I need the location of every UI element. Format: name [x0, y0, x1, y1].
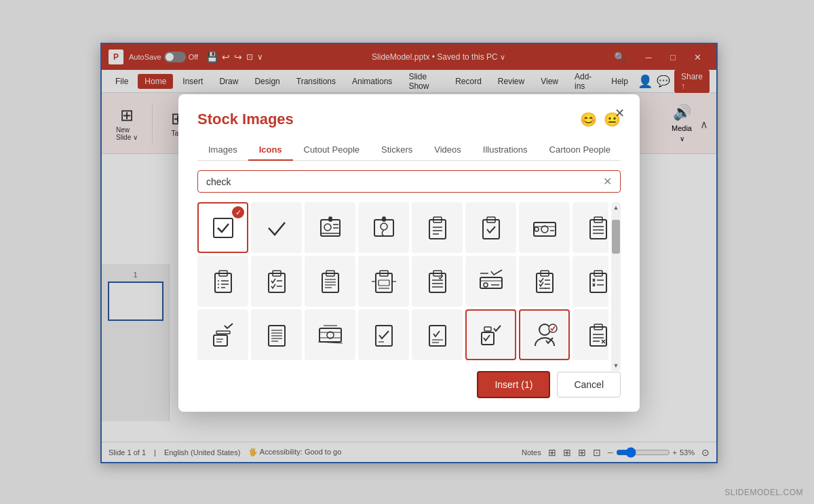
x-list-icon — [585, 268, 609, 295]
multi-check-icon — [531, 268, 558, 295]
search-box: ✕ — [197, 170, 621, 193]
svg-rect-17 — [534, 222, 556, 236]
scroll-down-button[interactable]: ▼ — [611, 360, 621, 371]
svg-point-58 — [484, 283, 488, 287]
selected-badge: ✓ — [232, 206, 244, 218]
svg-rect-97 — [484, 327, 491, 331]
icon-grid-wrapper: ✓ — [197, 202, 621, 371]
micro-list-icon — [263, 322, 290, 349]
board-check-icon — [478, 322, 505, 349]
checklist-3-icon — [317, 268, 344, 295]
svg-rect-9 — [383, 217, 385, 221]
icon-cell-checkbox[interactable]: ✓ — [197, 202, 248, 253]
dialog-title: Stock Images — [197, 111, 294, 128]
location-card-icon — [370, 214, 398, 241]
search-input[interactable] — [206, 176, 598, 187]
icon-cell-x-list[interactable] — [573, 256, 608, 307]
dialog-tabs: Images Icons Cutout People Stickers Vide… — [197, 139, 621, 161]
icon-cell-clipboard-list[interactable] — [412, 202, 463, 253]
svg-point-21 — [535, 227, 539, 231]
svg-rect-0 — [214, 218, 233, 237]
powerpoint-window: P AutoSave Off 💾 ↩ ↪ ⊡ ∨ SlideModel.pptx… — [100, 43, 718, 463]
list-check-icon — [424, 268, 451, 295]
watermark: SLIDEMODEL.COM — [724, 488, 803, 497]
paper-check-2-icon — [424, 322, 451, 349]
icon-cell-person-check[interactable] — [519, 309, 570, 360]
icon-cell-location-card[interactable] — [358, 202, 409, 253]
icon-cell-checklist-2[interactable] — [251, 256, 302, 307]
icon-cell-checkmark[interactable] — [251, 202, 302, 253]
svg-rect-85 — [319, 328, 341, 342]
scroll-up-button[interactable]: ▲ — [611, 202, 621, 213]
tab-stickers[interactable]: Stickers — [370, 139, 423, 160]
happy-emoji-icon[interactable]: 😊 — [580, 111, 597, 128]
money-stack-icon — [317, 322, 344, 349]
icon-cell-paper-check-2[interactable] — [412, 309, 463, 360]
checkmark-icon — [263, 214, 290, 241]
clipboard-x-icon — [585, 322, 609, 349]
tab-videos[interactable]: Videos — [423, 139, 472, 160]
insert-button[interactable]: Insert (1) — [477, 371, 550, 398]
tab-cutout-people[interactable]: Cutout People — [293, 139, 370, 160]
person-check-icon — [531, 322, 558, 349]
dialog-footer: Insert (1) Cancel — [197, 371, 621, 398]
tab-icons[interactable]: Icons — [248, 139, 293, 160]
money-check-2-icon — [478, 268, 505, 295]
icon-cell-list-check[interactable] — [412, 256, 463, 307]
stock-images-dialog: ✕ Stock Images 😊 😐 Images Icons Cutout P… — [178, 94, 640, 412]
clipboard-list-icon — [424, 214, 451, 241]
grid-scrollbar[interactable]: ▲ ▼ — [611, 202, 621, 371]
icon-cell-check-paper[interactable] — [358, 309, 409, 360]
stack-check-icon — [210, 322, 237, 349]
icon-cell-clipboard-check[interactable] — [465, 202, 516, 253]
tab-images[interactable]: Images — [197, 139, 248, 160]
scroll-handle[interactable] — [612, 220, 620, 254]
svg-rect-56 — [480, 277, 502, 288]
icon-cell-checklist-3[interactable] — [305, 256, 355, 307]
svg-rect-76 — [216, 331, 230, 334]
dialog-close-button[interactable]: ✕ — [610, 104, 629, 123]
icon-cell-clipboard-lines[interactable] — [573, 202, 608, 253]
icon-cell-money-stack[interactable] — [305, 309, 355, 360]
svg-rect-6 — [329, 217, 332, 221]
svg-point-8 — [381, 223, 387, 230]
check-paper-icon — [370, 322, 398, 349]
svg-rect-7 — [374, 220, 393, 236]
idcard-icon — [317, 214, 344, 241]
icon-cell-money-list[interactable] — [358, 256, 409, 307]
icon-cell-checklist-1[interactable] — [197, 256, 248, 307]
modal-overlay: ✕ Stock Images 😊 😐 Images Icons Cutout P… — [102, 44, 716, 462]
cancel-button[interactable]: Cancel — [557, 372, 621, 398]
svg-point-2 — [324, 224, 331, 231]
scroll-track — [611, 213, 621, 360]
clipboard-check-icon — [478, 214, 505, 241]
icon-cell-board-check[interactable] — [465, 309, 516, 360]
checklist-1-icon — [210, 268, 237, 295]
search-clear-button[interactable]: ✕ — [603, 175, 612, 188]
svg-rect-75 — [214, 335, 227, 346]
icon-cell-micro-list[interactable] — [251, 309, 302, 360]
icon-cell-idcard[interactable] — [305, 202, 355, 253]
svg-rect-47 — [379, 280, 389, 286]
clipboard-lines-icon — [585, 214, 609, 241]
icon-cell-money-check[interactable] — [519, 202, 570, 253]
icon-cell-clipboard-x[interactable] — [573, 309, 608, 360]
dialog-header: Stock Images 😊 😐 — [197, 111, 621, 128]
tab-cartoon-people[interactable]: Cartoon People — [539, 139, 621, 160]
icon-grid: ✓ — [197, 202, 608, 360]
money-list-icon — [370, 268, 398, 295]
icon-cell-multi-check[interactable] — [519, 256, 570, 307]
icon-cell-stack-check[interactable] — [197, 309, 248, 360]
checklist-2-icon — [263, 268, 290, 295]
icon-cell-money-check-2[interactable] — [465, 256, 516, 307]
money-check-icon — [531, 214, 558, 241]
tab-illustrations[interactable]: Illustrations — [472, 139, 539, 160]
checkbox-icon — [210, 214, 237, 241]
